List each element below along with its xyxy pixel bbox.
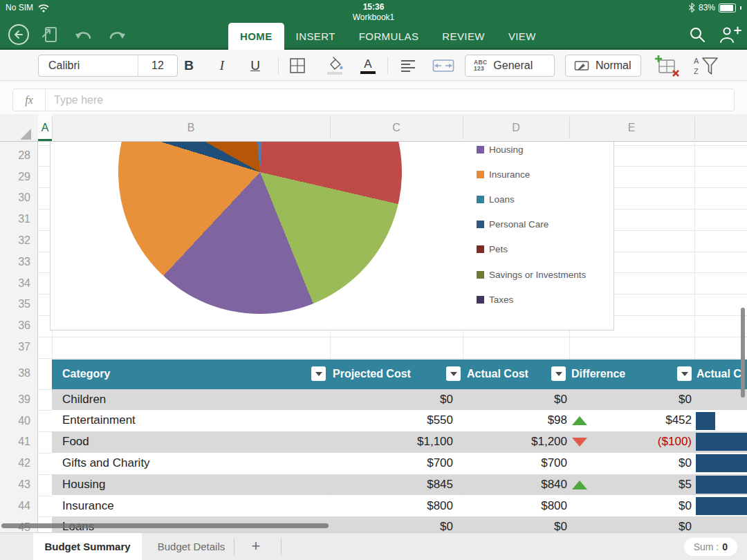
- legend-label: Loans: [489, 194, 515, 205]
- column-header-row: ABCDE: [0, 114, 747, 142]
- pie-chart-frame[interactable]: HousingInsuranceLoansPersonal CarePetsSa…: [50, 142, 614, 330]
- merge-cells-button[interactable]: [430, 55, 456, 77]
- legend-swatch: [477, 171, 484, 178]
- column-header-c[interactable]: C: [392, 114, 400, 142]
- row-header-41[interactable]: 41: [0, 431, 30, 453]
- column-header-a[interactable]: A: [42, 114, 49, 142]
- formatting-toolbar: Calibri 12 B I U: [0, 50, 747, 81]
- row-header-33[interactable]: 33: [0, 252, 30, 273]
- ribbon-tab-insert[interactable]: INSERT: [284, 23, 347, 50]
- filter-dropdown-button[interactable]: [446, 366, 461, 381]
- cell-category: Entertainment: [62, 410, 136, 431]
- table-row-children[interactable]: Children$0$0$0: [52, 389, 747, 411]
- add-sheet-button[interactable]: +: [243, 533, 268, 560]
- row-header-30[interactable]: 30: [0, 187, 30, 209]
- cell-category: Children: [62, 389, 106, 411]
- legend-label: Personal Care: [489, 219, 548, 230]
- cell-projected-cost: $1,100: [349, 431, 453, 453]
- row-header-29[interactable]: 29: [0, 166, 30, 187]
- fill-color-button[interactable]: [324, 55, 346, 77]
- cell-difference: $0: [588, 516, 692, 532]
- back-button[interactable]: [7, 23, 30, 46]
- table-row-housing[interactable]: Housing$845$840$5: [52, 474, 747, 496]
- ribbon-tab-review[interactable]: REVIEW: [430, 23, 497, 50]
- share-person-icon[interactable]: [717, 23, 744, 46]
- formula-input[interactable]: Type here: [46, 94, 734, 106]
- filter-dropdown-button[interactable]: [677, 366, 692, 381]
- alignment-button[interactable]: [397, 55, 419, 77]
- column-boundary: [694, 117, 695, 139]
- ribbon-tab-home[interactable]: HOME: [228, 23, 284, 50]
- cell-difference: $5: [588, 474, 692, 496]
- formula-bar[interactable]: fx Type here: [12, 88, 735, 111]
- cell-category: Food: [62, 431, 89, 453]
- excel-ipad-app: No SIM 15:36 Workbook1 83%: [0, 0, 747, 560]
- borders-button[interactable]: [286, 55, 308, 77]
- bold-button[interactable]: B: [178, 55, 200, 77]
- italic-button[interactable]: I: [211, 55, 233, 77]
- number-format-button[interactable]: ABC 123 General: [465, 55, 555, 77]
- row-header-38[interactable]: 38: [0, 358, 30, 389]
- sum-badge[interactable]: Sum : 0: [684, 538, 737, 556]
- sort-a-letter: A: [694, 57, 699, 65]
- cell-category: Gifts and Charity: [62, 453, 150, 474]
- insert-delete-cells-button[interactable]: [653, 55, 681, 77]
- font-size-value[interactable]: 12: [138, 55, 177, 76]
- table-row-entertainment[interactable]: Entertainment$550$98$452: [52, 410, 747, 431]
- sheet-tab-budget-summary[interactable]: Budget Summary: [33, 533, 142, 560]
- pie-chart[interactable]: [118, 142, 402, 314]
- filter-dropdown-button[interactable]: [551, 366, 566, 381]
- column-header-e[interactable]: E: [628, 114, 636, 142]
- legend-label: Taxes: [489, 295, 513, 305]
- file-save-icon[interactable]: [39, 23, 62, 46]
- filter-dropdown-button[interactable]: [311, 366, 326, 381]
- table-row-insurance[interactable]: Insurance$800$800$0: [52, 496, 747, 517]
- underline-button[interactable]: U: [244, 55, 266, 77]
- row-header-35[interactable]: 35: [0, 294, 30, 315]
- column-header-b[interactable]: B: [187, 114, 195, 142]
- sheet-tab-bar: Budget SummaryBudget Details + Sum : 0: [0, 532, 747, 560]
- brush-icon: [574, 59, 589, 72]
- row-header-44[interactable]: 44: [0, 496, 30, 517]
- legend-item-savings-or-investments: Savings or Investments: [477, 269, 586, 280]
- spreadsheet-grid[interactable]: HousingInsuranceLoansPersonal CarePetsSa…: [0, 142, 747, 532]
- row-header-32[interactable]: 32: [0, 230, 30, 252]
- actual-cost-databar: [696, 497, 747, 515]
- row-header-36[interactable]: 36: [0, 315, 30, 337]
- font-picker[interactable]: Calibri 12: [38, 55, 178, 77]
- horizontal-scrollbar[interactable]: [1, 523, 329, 528]
- vertical-scrollbar[interactable]: [741, 308, 745, 398]
- sort-filter-button[interactable]: A Z: [690, 55, 721, 77]
- row-header-39[interactable]: 39: [0, 389, 30, 411]
- row-header-34[interactable]: 34: [0, 272, 30, 294]
- cell-projected-cost: $0: [349, 389, 453, 411]
- ribbon-tab-view[interactable]: VIEW: [497, 23, 548, 50]
- row-header-43[interactable]: 43: [0, 474, 30, 496]
- table-row-food[interactable]: Food$1,100$1,200($100): [52, 431, 747, 453]
- select-all-corner[interactable]: [19, 128, 32, 140]
- cell-projected-cost: $0: [349, 516, 453, 532]
- row-header-31[interactable]: 31: [0, 209, 30, 230]
- ribbon-tab-formulas[interactable]: FORMULAS: [347, 23, 431, 50]
- legend-swatch: [477, 271, 484, 279]
- column-header-d[interactable]: D: [512, 114, 520, 142]
- row-header-28[interactable]: 28: [0, 145, 30, 167]
- redo-button[interactable]: [105, 23, 129, 46]
- actual-cost-databar: [696, 412, 715, 430]
- indicator-down-icon: [572, 438, 587, 447]
- table-row-gifts-and-charity[interactable]: Gifts and Charity$700$700$0: [52, 453, 747, 474]
- sheet-tab-budget-details[interactable]: Budget Details: [149, 533, 234, 560]
- font-color-button[interactable]: A: [357, 55, 379, 77]
- row-header-42[interactable]: 42: [0, 453, 30, 474]
- legend-label: Insurance: [489, 169, 530, 180]
- font-name-value[interactable]: Calibri: [39, 59, 138, 72]
- search-icon[interactable]: [685, 23, 710, 46]
- indicator-up-icon: [572, 480, 587, 489]
- column-boundary: [569, 117, 570, 139]
- cell-styles-button[interactable]: Normal: [565, 55, 641, 77]
- cell-difference: $452: [588, 410, 692, 431]
- row-header-40[interactable]: 40: [0, 410, 30, 431]
- row-header-37[interactable]: 37: [0, 337, 30, 358]
- undo-button[interactable]: [72, 23, 95, 46]
- table-header-category: Category: [62, 360, 110, 389]
